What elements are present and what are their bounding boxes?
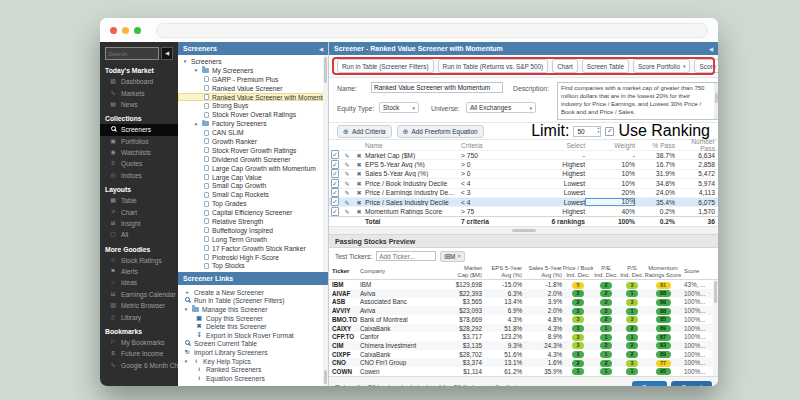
links-expander-icon[interactable]: ▾ <box>183 358 189 364</box>
delete-icon[interactable]: ✖ <box>353 161 365 168</box>
row-checkbox[interactable]: ✓ <box>329 180 341 188</box>
add-criteria-button[interactable]: ⊕ Add Criteria <box>337 125 392 138</box>
criteria-row[interactable]: ✓✎✖Sales 5-Year Avg (%)> 0Highest10%31.9… <box>329 169 718 178</box>
sidebar-item-google-6-month-chart[interactable]: ∿Google 6 Month Chart <box>100 360 178 371</box>
tree-expander-icon[interactable]: ▾ <box>182 58 188 64</box>
row-checkbox[interactable]: ✓ <box>329 189 341 197</box>
preview-scrollbar[interactable] <box>713 280 718 376</box>
stock-row-cown[interactable]: COWNCowen$1,11461.2%35.9%11195100%... <box>329 367 718 376</box>
stock-row-cim[interactable]: CIMChimera Investment$3,1359.3%24.3%3228… <box>329 341 718 350</box>
sidebar-item-portfolios[interactable]: ▣Portfolios <box>100 136 178 147</box>
row-checkbox[interactable]: ✓ <box>329 151 341 159</box>
edit-icon[interactable]: ✎ <box>341 152 353 159</box>
link-ranked-screeners[interactable]: iRanked Screeners <box>178 365 328 374</box>
link-delete-this-screener[interactable]: ✖Delete this Screener <box>178 322 328 331</box>
stock-row-cno[interactable]: CNOCNO Fin'l Group$3,37413.1%1.6%2237710… <box>329 358 718 367</box>
row-checkbox[interactable]: ✓ <box>329 170 341 178</box>
sidebar-item-news[interactable]: ▤News <box>100 99 178 110</box>
sidebar-item-metric-browser[interactable]: ▥Metric Browser <box>100 300 178 311</box>
stock-row-caixy[interactable]: CAIXYCaixaBank$28,29251.8%4.3%11289100%.… <box>329 324 718 333</box>
stock-row-bmo-to[interactable]: BMO.TOBank of Montreal$78,6694.3%4.8%323… <box>329 315 718 324</box>
tree-item-ranked-value-screener[interactable]: Ranked Value Screener <box>178 84 328 93</box>
ticker-chip[interactable]: IBM × <box>440 251 465 262</box>
search-input[interactable] <box>105 47 159 60</box>
delete-icon[interactable]: ✖ <box>353 199 365 206</box>
toolbar-button-chart[interactable]: Chart <box>552 59 578 73</box>
criteria-row[interactable]: ✓✎✖Price / Book Industry Decile< 4Lowest… <box>329 178 718 187</box>
tree-item-large-cap-growth-with-momentum[interactable]: Large Cap Growth with Momentum <box>178 164 328 173</box>
edit-icon[interactable]: ✎ <box>341 180 353 187</box>
zoom-window-button[interactable] <box>134 27 141 34</box>
criteria-row[interactable]: ✓✎✖EPS 5-Year Avg (%)> 0Highest10%16.7%2… <box>329 159 718 168</box>
limit-stepper[interactable]: 50 ▴▾ <box>573 126 601 137</box>
sidebar-item-my-bookmarks[interactable]: ⚐My Bookmarks <box>100 337 178 348</box>
tree-item-stock-rover-growth-ratings[interactable]: Stock Rover Growth Ratings <box>178 146 328 155</box>
description-field[interactable]: Find companies with a market cap of grea… <box>557 82 718 120</box>
link-equation-screeners[interactable]: iEquation Screeners <box>178 374 328 383</box>
sidebar-item-table[interactable]: ▦Table <box>100 195 178 206</box>
tree-item-garp-premium-plus[interactable]: GARP - Premium Plus <box>178 75 328 84</box>
delete-icon[interactable]: ✖ <box>353 189 365 196</box>
description-scrollbar[interactable] <box>714 83 718 119</box>
save-button[interactable]: Save <box>632 381 667 386</box>
links-expander-icon[interactable]: ▾ <box>183 306 189 312</box>
link-create-a-new-screener[interactable]: +Create a New Screener <box>178 288 328 297</box>
delete-icon[interactable]: ✖ <box>353 208 365 215</box>
sidebar-item-chart[interactable]: ↗Chart <box>100 206 178 217</box>
remove-ticker-icon[interactable]: × <box>457 253 461 259</box>
tree-item-growth-ranker[interactable]: Growth Ranker <box>178 137 328 146</box>
tree-item-capital-efficiency-screener[interactable]: Capital Efficiency Screener <box>178 208 328 217</box>
tree-expander-icon[interactable]: ▾ <box>193 121 199 127</box>
link-import-library-screeners[interactable]: ↻Import Library Screeners <box>178 348 328 357</box>
panel-splitter[interactable] <box>329 226 718 235</box>
tree-item-dividend-growth-screener[interactable]: Dividend Growth Screener <box>178 155 328 164</box>
link-export-in-stock-rover-format[interactable]: ↧Export in Stock Rover Format <box>178 331 328 340</box>
link-manage-this-screener[interactable]: ▾Manage this Screener <box>178 305 328 314</box>
use-ranking-checkbox[interactable]: ✓ <box>605 127 614 136</box>
sidebar-item-indices[interactable]: ◎Indices <box>100 170 178 181</box>
link-copy-this-screener[interactable]: ▣Copy this Screener <box>178 314 328 323</box>
edit-icon[interactable]: ✎ <box>341 189 353 196</box>
add-freeform-equation-button[interactable]: ⊕ Add Freeform Equation <box>397 125 484 138</box>
edit-icon[interactable]: ✎ <box>341 208 353 215</box>
tree-item-can-slim[interactable]: CAN SLIM <box>178 128 328 137</box>
edit-icon[interactable]: ✎ <box>341 170 353 177</box>
stock-row-ibm[interactable]: IBMIBM$129,698-15.0%-1.8%5238143%, ... <box>329 280 718 289</box>
sidebar-item-dashboard[interactable]: ▧Dashboard <box>100 76 178 87</box>
stock-row-avviy[interactable]: AVVIYAviva$23,0936.9%2.0%22188100%... <box>329 306 718 315</box>
sidebar-collapse-button[interactable]: ◀ <box>161 47 173 60</box>
stock-row-cfp-to[interactable]: CFP.TOCanfor$3,717123.2%8.9%31187100%... <box>329 332 718 341</box>
criteria-row[interactable]: ✓✎✖Price / Sales Industry Decile< 4Lowes… <box>329 197 718 206</box>
address-bar[interactable] <box>156 23 708 38</box>
add-ticker-input[interactable] <box>376 251 436 261</box>
row-checkbox[interactable]: ✓ <box>329 161 341 169</box>
tree-item-strong-buys[interactable]: Strong Buys <box>178 101 328 110</box>
tree-item-stock-rover-overall-ratings[interactable]: Stock Rover Overall Ratings <box>178 110 328 119</box>
sidebar-item-watchlists[interactable]: ◉Watchlists <box>100 147 178 158</box>
link-screen-current-table[interactable]: Screen Current Table <box>178 340 328 349</box>
sidebar-item-insight[interactable]: ⊞Insight <box>100 218 178 229</box>
universe-select[interactable]: All Exchanges ▾ <box>466 102 536 113</box>
criteria-row[interactable]: ✓✎✖Price / Earnings Industry De...< 3Low… <box>329 188 718 197</box>
stock-row-aivaf[interactable]: AIVAFAviva$22,3936.3%2.0%22188100%... <box>329 289 718 298</box>
link-run-in-table-screener-filters[interactable]: Run in Table (Screener Filters) <box>178 297 328 306</box>
delete-icon[interactable]: ✖ <box>353 180 365 187</box>
sidebar-item-future-income[interactable]: $Future Income <box>100 348 178 359</box>
tree-item-top-stocks[interactable]: Top Stocks <box>178 261 328 270</box>
sidebar-item-screeners[interactable]: Screeners <box>100 124 178 135</box>
name-field[interactable] <box>371 82 503 93</box>
edit-icon[interactable]: ✎ <box>341 161 353 168</box>
cancel-button[interactable]: Cancel <box>671 381 712 386</box>
sidebar-item-stock-ratings[interactable]: ☆Stock Ratings <box>100 255 178 266</box>
tree-item-small-cap-rockets[interactable]: Small Cap Rockets <box>178 190 328 199</box>
tree-item-small-cap-growth[interactable]: Small Cap Growth <box>178 181 328 190</box>
tree-item-piotroski-high-f-score[interactable]: Piotroski High F-Score <box>178 253 328 262</box>
tree-item-ranked-value-screener-with-momentum[interactable]: Ranked Value Screener with Momentum <box>178 93 328 102</box>
stock-row-cixpf[interactable]: CIXPFCaixaBank$28,70251.6%4.3%11289100%.… <box>329 350 718 359</box>
tree-item-factory-screeners[interactable]: ▾Factory Screeners <box>178 119 328 128</box>
toolbar-button-run-in-table-returns-vs-s-p-500[interactable]: Run in Table (Returns vs. S&P 500) <box>438 59 549 73</box>
minimize-window-button[interactable] <box>122 27 129 34</box>
criteria-row[interactable]: ✓✎✖Momentum Ratings Score> 75Highest40%0… <box>329 206 718 215</box>
row-checkbox[interactable]: ✓ <box>329 198 341 206</box>
sidebar-item-ideas[interactable]: ☼Ideas <box>100 277 178 288</box>
